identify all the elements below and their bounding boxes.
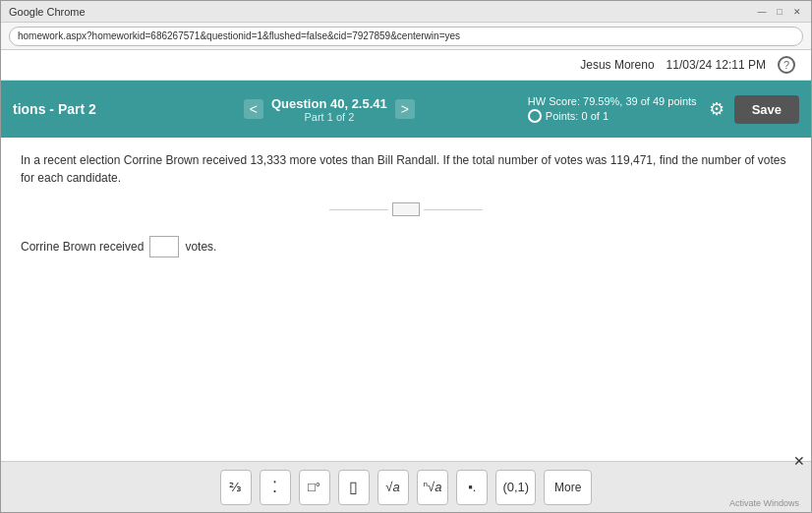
divider [21, 202, 791, 216]
abs-btn[interactable]: ▯ [338, 470, 370, 505]
question-text: In a recent election Corrine Brown recei… [21, 151, 791, 187]
score-area: HW Score: 79.59%, 39 of 49 points Points… [528, 95, 697, 123]
hw-score: HW Score: 79.59%, 39 of 49 points [528, 95, 697, 107]
minimize-btn[interactable]: — [756, 6, 768, 18]
close-btn[interactable]: ✕ [791, 6, 803, 18]
next-btn[interactable]: > [395, 99, 415, 119]
sqrt-btn[interactable]: √a [377, 470, 409, 505]
address-bar: homework.aspx?homeworkid=686267571&quest… [1, 23, 811, 50]
fraction-icon: ⁚ [272, 478, 277, 496]
question-label: Question 40, 2.5.41 [271, 96, 387, 111]
restore-btn[interactable]: □ [774, 6, 785, 18]
activate-windows-text: Activate Windows [729, 498, 799, 508]
answer-input[interactable] [149, 236, 179, 257]
abs-icon: ▯ [349, 478, 358, 496]
part-label: Part 1 of 2 [271, 111, 387, 123]
help-icon[interactable]: ? [778, 56, 795, 74]
answer-area: Corrine Brown received votes. [21, 236, 791, 257]
answer-prefix: Corrine Brown received [21, 240, 144, 254]
nthroot-icon: n√a [424, 480, 442, 494]
url-input[interactable]: homework.aspx?homeworkid=686267571&quest… [9, 27, 803, 46]
mixed-number-btn[interactable]: ⅔ [220, 470, 252, 505]
degree-icon: □° [308, 480, 320, 494]
more-btn[interactable]: More [544, 470, 592, 505]
fraction-btn[interactable]: ⁚ [260, 470, 291, 505]
title-bar: Google Chrome — □ ✕ [1, 1, 811, 23]
nav-area: < Question 40, 2.5.41 Part 1 of 2 > [131, 96, 528, 123]
decimal-btn[interactable]: ▪. [456, 470, 488, 505]
content-area: Jesus Moreno 11/03/24 12:11 PM ? tions -… [1, 50, 811, 461]
gear-icon[interactable]: ⚙ [709, 98, 725, 120]
points: Points: 0 of 1 [528, 109, 609, 123]
points-text: Points: 0 of 1 [546, 110, 609, 122]
divider-line-right [424, 209, 483, 210]
decimal-icon: ▪. [468, 480, 476, 494]
question-content: In a recent election Corrine Brown recei… [1, 138, 811, 461]
interval-icon: (0,1) [502, 480, 529, 494]
window-title: Google Chrome [9, 6, 86, 18]
section-title: tions - Part 2 [13, 101, 131, 117]
window-frame: Google Chrome — □ ✕ homework.aspx?homewo… [0, 0, 812, 513]
degree-btn[interactable]: □° [299, 470, 330, 505]
points-circle-icon [528, 109, 542, 123]
answer-suffix: votes. [185, 240, 216, 254]
datetime: 11/03/24 12:11 PM [667, 58, 766, 72]
top-info-bar: Jesus Moreno 11/03/24 12:11 PM ? [1, 50, 811, 81]
prev-btn[interactable]: < [244, 99, 263, 119]
header-bar: tions - Part 2 < Question 40, 2.5.41 Par… [1, 81, 811, 138]
mixed-number-icon: ⅔ [229, 480, 242, 494]
interval-btn[interactable]: (0,1) [495, 470, 536, 505]
nthroot-btn[interactable]: n√a [417, 470, 449, 505]
close-x-btn[interactable]: ✕ [793, 453, 805, 469]
divider-box [392, 202, 420, 216]
nav-controls: < Question 40, 2.5.41 Part 1 of 2 > [244, 96, 415, 123]
user-name: Jesus Moreno [580, 58, 654, 72]
sqrt-icon: √a [385, 480, 399, 494]
window-controls: — □ ✕ [756, 6, 803, 18]
save-button[interactable]: Save [734, 95, 799, 124]
divider-line-left [329, 209, 388, 210]
bottom-toolbar: ⅔ ⁚ □° ▯ √a n√a ▪. (0,1) More [1, 461, 811, 512]
